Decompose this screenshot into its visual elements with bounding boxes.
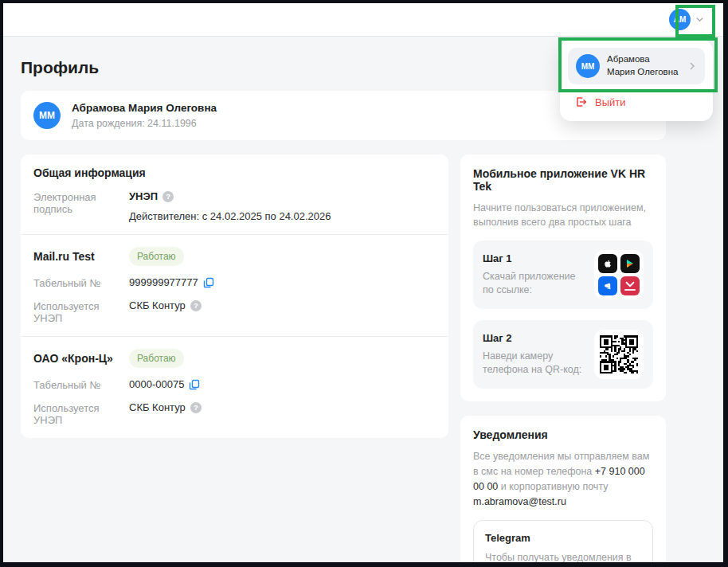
store-icons-tile <box>594 250 644 299</box>
account-menu-trigger[interactable]: AM <box>669 9 704 30</box>
help-icon[interactable]: ? <box>162 191 174 202</box>
avatar[interactable]: AM <box>669 9 691 30</box>
help-icon[interactable]: ? <box>190 402 202 413</box>
step2-text: Наведи камеру телефона на QR-код: <box>483 350 585 377</box>
dropdown-user-name: Абрамова Мария Олеговна <box>607 53 680 78</box>
qr-code <box>600 335 638 373</box>
telegram-box: Telegram Чтобы получать уведомления в Te… <box>473 520 653 567</box>
dropdown-profile-item[interactable]: MM Абрамова Мария Олеговна <box>568 48 705 84</box>
company-name: ОАО «Крон-Ц» <box>33 352 129 365</box>
mobile-app-title: Мобильное приложение VK HR Tek <box>473 167 653 193</box>
google-play-icon[interactable] <box>620 254 640 273</box>
copy-icon[interactable] <box>203 277 214 288</box>
mobile-app-card: Мобильное приложение VK HR Tek Начните п… <box>460 154 666 401</box>
signature-validity: Действителен: с 24.02.2025 по 24.02.2026 <box>129 210 331 222</box>
app-window: AM MM Абрамова Мария Олеговна Выйти Проф… <box>0 0 728 567</box>
personnel-number-label: Табельный № <box>33 378 129 391</box>
logout-label: Выйти <box>595 96 626 108</box>
notifications-text: Все уведомления мы отправляем вам в смс … <box>473 449 653 509</box>
employment-section: ОАО «Крон-Ц» Работаю Табельный № 0000-00… <box>21 336 448 438</box>
profile-birthdate: Дата рождения: 24.11.1996 <box>72 118 217 129</box>
employment-section: Mail.ru Test Работаю Табельный № 9999999… <box>21 234 448 336</box>
main-content: Профиль MM Абрамова Мария Олеговна Дата … <box>21 58 666 567</box>
rustore-icon[interactable] <box>598 276 617 295</box>
telegram-text: Чтобы получать уведомления в Telegram, п… <box>485 550 641 567</box>
personnel-number-label: Табельный № <box>33 276 129 289</box>
avatar: MM <box>576 54 600 78</box>
step1-text: Скачай приложение по ссылке: <box>483 270 585 298</box>
status-badge: Работаю <box>129 349 184 368</box>
personnel-number: 0000-00075 <box>129 378 184 390</box>
logout-button[interactable]: Выйти <box>568 84 705 121</box>
status-badge: Работаю <box>129 247 184 266</box>
general-info-title: Общая информация <box>33 166 436 179</box>
chevron-right-icon <box>687 61 697 71</box>
personnel-number: 999999977777 <box>129 276 198 288</box>
notifications-email: m.abramova@test.ru <box>473 496 566 507</box>
company-name: Mail.ru Test <box>33 250 129 263</box>
mobile-app-subtitle: Начните пользоваться приложением, выполн… <box>473 201 653 229</box>
step1-box: Шаг 1 Скачай приложение по ссылке: <box>473 240 653 309</box>
qr-tile <box>594 330 644 379</box>
general-info-card: Общая информация Электронная подпись УНЭ… <box>21 154 448 438</box>
account-dropdown: MM Абрамова Мария Олеговна Выйти <box>560 40 713 121</box>
top-bar: AM <box>3 3 723 37</box>
step1-label: Шаг 1 <box>483 252 585 264</box>
unep-provider: СКБ Контур <box>129 299 186 311</box>
signature-value: УНЭП <box>129 190 158 202</box>
unep-provider: СКБ Контур <box>129 401 186 413</box>
copy-icon[interactable] <box>189 379 200 390</box>
unep-label: Используется УНЭП <box>33 299 129 324</box>
profile-name: Абрамова Мария Олеговна <box>72 102 217 114</box>
telegram-title: Telegram <box>485 532 641 544</box>
avatar: MM <box>33 102 61 129</box>
nashstore-icon[interactable] <box>620 276 640 295</box>
unep-label: Используется УНЭП <box>33 401 129 426</box>
notifications-title: Уведомления <box>473 428 653 441</box>
step2-label: Шаг 2 <box>483 332 585 344</box>
help-icon[interactable]: ? <box>190 300 202 311</box>
notifications-card: Уведомления Все уведомления мы отправляе… <box>460 416 666 567</box>
logout-icon <box>574 96 587 108</box>
notifications-text-part2: и корпоративную почту <box>498 481 608 492</box>
signature-label: Электронная подпись <box>33 190 129 215</box>
chevron-down-icon[interactable] <box>695 15 704 24</box>
app-store-icon[interactable] <box>598 254 617 273</box>
step2-box: Шаг 2 Наведи камеру телефона на QR-код: <box>473 320 653 389</box>
